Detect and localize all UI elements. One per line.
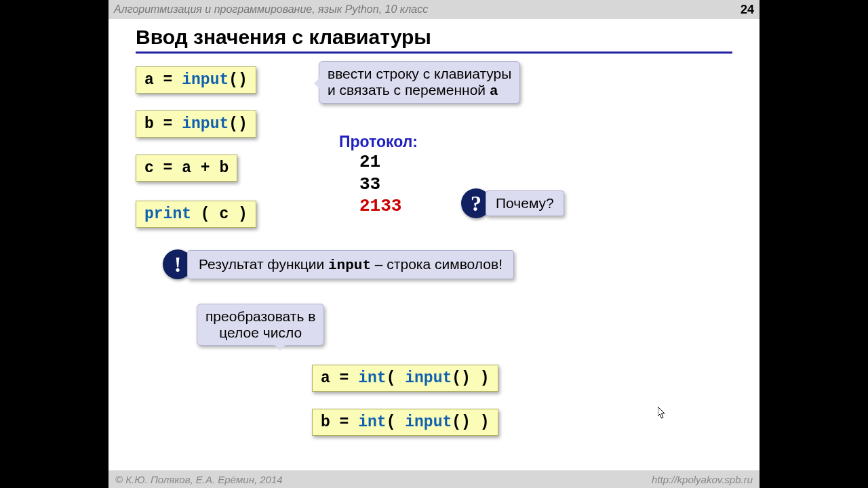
- code-a-int-input: a = int( input() ): [312, 365, 498, 392]
- header-title: Алгоритмизация и программирование, язык …: [114, 3, 741, 16]
- protocol-line-2: 33: [339, 174, 418, 196]
- content: Ввод значения с клавиатуры a = input() b…: [108, 19, 760, 470]
- protocol-line-1: 21: [339, 151, 418, 174]
- footer-left: © К.Ю. Поляков, Е.А. Ерёмин, 2014: [115, 474, 652, 485]
- protocol-line-3: 2133: [339, 195, 418, 218]
- page-number: 24: [741, 3, 754, 17]
- code-c-concat: c = a + b: [136, 155, 237, 182]
- footer-bar: © К.Ю. Поляков, Е.А. Ерёмин, 2014 http:/…: [108, 470, 760, 488]
- slide-title: Ввод значения с клавиатуры: [136, 26, 732, 54]
- bubble-result: Результат функции input – строка символо…: [187, 250, 514, 279]
- protocol-label: Протокол:: [339, 133, 418, 151]
- footer-right: http://kpolyakov.spb.ru: [652, 474, 753, 485]
- protocol-block: Протокол: 21 33 2133: [339, 133, 418, 218]
- slide: Алгоритмизация и программирование, язык …: [108, 0, 760, 488]
- header-bar: Алгоритмизация и программирование, язык …: [108, 0, 760, 19]
- code-b-int-input: b = int( input() ): [312, 409, 498, 436]
- code-b-input: b = input(): [136, 110, 256, 138]
- bubble-input-desc: ввести строку с клавиатуры и связать с п…: [319, 61, 520, 104]
- bubble-why: Почему?: [486, 190, 564, 216]
- code-print-c: print ( c ): [136, 201, 256, 228]
- bubble-convert: преобразовать в целое число: [197, 304, 324, 346]
- cursor-icon: [658, 407, 666, 419]
- code-a-input: a = input(): [136, 66, 256, 94]
